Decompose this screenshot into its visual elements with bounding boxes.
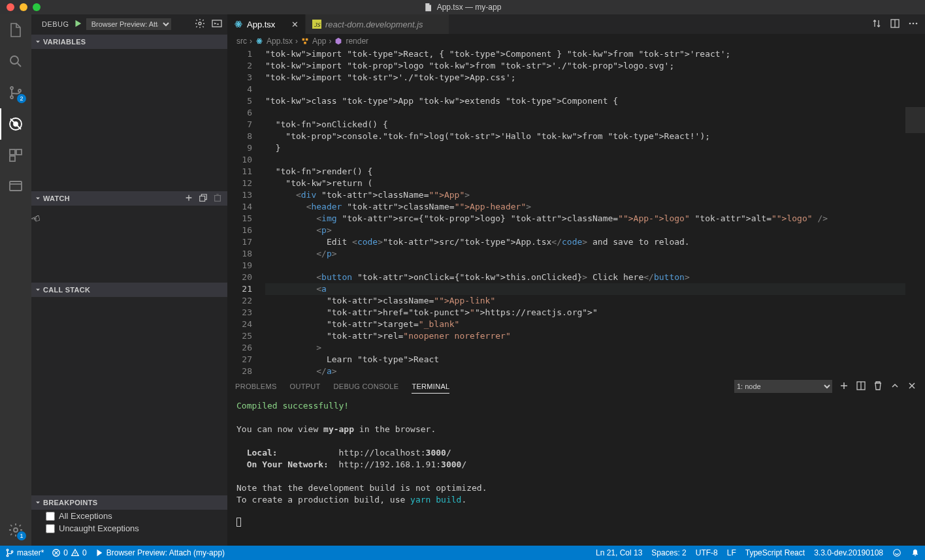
- panel-tab-problems[interactable]: PROBLEMS: [235, 380, 277, 393]
- debug-console-icon[interactable]: [212, 18, 222, 30]
- activity-bar: 2 1: [0, 14, 31, 546]
- minimap[interactable]: [905, 48, 925, 376]
- chevron-down-icon: [34, 499, 42, 506]
- breadcrumbs[interactable]: src › App.tsx › App › render: [227, 34, 925, 48]
- panel-tab-debug-console[interactable]: DEBUG CONSOLE: [334, 380, 399, 393]
- tab-label: react-dom.development.js: [325, 20, 423, 29]
- error-icon: [52, 548, 61, 557]
- watch-section-header[interactable]: WATCH: [31, 191, 227, 206]
- split-editor-icon[interactable]: [890, 18, 900, 31]
- indentation-status[interactable]: Spaces: 2: [651, 548, 686, 557]
- scm-badge: 2: [17, 94, 26, 103]
- svg-point-22: [909, 22, 911, 24]
- svg-point-31: [7, 555, 8, 557]
- file-icon: [424, 3, 433, 12]
- close-tab-icon[interactable]: ✕: [291, 20, 299, 29]
- debug-icon[interactable]: [0, 108, 31, 140]
- kill-terminal-icon[interactable]: [873, 381, 883, 392]
- callstack-section-header[interactable]: CALL STACK: [31, 283, 227, 297]
- language-mode-status[interactable]: TypeScript React: [745, 548, 805, 557]
- variables-body: [31, 49, 227, 191]
- svg-point-25: [259, 40, 260, 42]
- new-terminal-icon[interactable]: [839, 381, 849, 392]
- svg-point-5: [14, 122, 18, 126]
- window-title: App.tsx — my-app: [424, 3, 502, 12]
- callstack-body: [31, 297, 227, 495]
- warning-icon: [71, 548, 80, 557]
- errors-warnings-status[interactable]: 0 0: [52, 548, 86, 557]
- code-area[interactable]: "tok-kw">import "tok-type">React, { "tok…: [260, 48, 905, 376]
- explorer-icon[interactable]: [0, 14, 31, 46]
- svg-point-24: [916, 22, 918, 24]
- cursor-position-status[interactable]: Ln 21, Col 13: [596, 548, 642, 557]
- svg-rect-13: [200, 196, 205, 201]
- browser-preview-icon[interactable]: [0, 171, 31, 202]
- debug-launch-status[interactable]: Browser Preview: Attach (my-app): [95, 548, 225, 557]
- breakpoint-uncaught-exceptions[interactable]: Uncaught Exceptions: [31, 522, 227, 535]
- git-branch-status[interactable]: master*: [5, 548, 44, 557]
- breakpoints-section-header[interactable]: BREAKPOINTS: [31, 495, 227, 510]
- titlebar: App.tsx — my-app: [0, 0, 925, 14]
- editor-tabs: App.tsx ✕ JS react-dom.development.js: [227, 14, 925, 34]
- feedback-icon[interactable]: [892, 548, 901, 557]
- collapse-all-icon[interactable]: [199, 193, 208, 204]
- svg-rect-8: [10, 156, 15, 161]
- debug-config-select[interactable]: Browser Preview: Attach: [86, 18, 171, 30]
- svg-point-10: [14, 528, 18, 532]
- terminal-selector[interactable]: 1: node: [734, 380, 832, 393]
- svg-text:JS: JS: [314, 22, 321, 28]
- method-symbol-icon: [334, 37, 343, 46]
- settings-gear-icon[interactable]: 1: [0, 514, 31, 546]
- typescript-version-status[interactable]: 3.3.0-dev.20190108: [814, 548, 883, 557]
- compare-changes-icon[interactable]: [871, 18, 882, 31]
- tab-react-dom[interactable]: JS react-dom.development.js: [306, 14, 449, 34]
- debug-sidebar: DEBUG Browser Preview: Attach VARIABLES: [31, 14, 227, 546]
- maximize-panel-icon[interactable]: [890, 381, 900, 392]
- search-icon[interactable]: [0, 46, 31, 77]
- react-file-icon: [234, 20, 243, 29]
- svg-rect-7: [16, 149, 22, 155]
- svg-point-2: [10, 96, 13, 99]
- close-panel-icon[interactable]: [907, 381, 917, 392]
- code-editor[interactable]: 1234567891011121314151617181920212223242…: [227, 48, 925, 376]
- gear-icon[interactable]: [195, 18, 205, 30]
- terminal-cursor: [236, 518, 241, 527]
- start-debug-button[interactable]: [73, 19, 82, 29]
- minimize-window-button[interactable]: [20, 3, 27, 11]
- svg-point-23: [913, 22, 915, 24]
- crumb-src[interactable]: src: [236, 37, 247, 46]
- encoding-status[interactable]: UTF-8: [696, 548, 718, 557]
- settings-badge: 1: [17, 531, 26, 540]
- svg-rect-6: [10, 149, 15, 155]
- maximize-window-button[interactable]: [33, 3, 41, 11]
- minimap-slider[interactable]: [905, 107, 925, 133]
- panel-tab-output[interactable]: OUTPUT: [290, 380, 321, 393]
- notifications-icon[interactable]: [911, 548, 920, 557]
- crumb-file[interactable]: App.tsx: [255, 37, 293, 46]
- breakpoints-label: BREAKPOINTS: [43, 499, 97, 506]
- eol-status[interactable]: LF: [727, 548, 736, 557]
- panel-tab-terminal[interactable]: TERMINAL: [412, 380, 449, 394]
- svg-point-34: [894, 550, 901, 557]
- remove-all-icon[interactable]: [213, 193, 222, 204]
- variables-section-header[interactable]: VARIABLES: [31, 35, 227, 49]
- uncaught-exceptions-checkbox[interactable]: [46, 524, 55, 533]
- callstack-label: CALL STACK: [43, 286, 90, 294]
- all-exceptions-checkbox[interactable]: [46, 512, 55, 521]
- tab-app-tsx[interactable]: App.tsx ✕: [227, 14, 306, 34]
- svg-point-11: [199, 22, 201, 25]
- breakpoints-body: All Exceptions Uncaught Exceptions: [31, 510, 227, 546]
- split-terminal-icon[interactable]: [856, 381, 866, 392]
- svg-rect-9: [10, 181, 22, 191]
- chevron-down-icon: [34, 194, 42, 202]
- more-actions-icon[interactable]: [908, 18, 918, 31]
- add-watch-icon[interactable]: [184, 193, 193, 204]
- crumb-class[interactable]: App: [300, 37, 326, 46]
- source-control-icon[interactable]: 2: [0, 77, 31, 108]
- close-window-button[interactable]: [7, 3, 14, 11]
- panel-tabs: PROBLEMS OUTPUT DEBUG CONSOLE TERMINAL 1…: [227, 377, 925, 396]
- breakpoint-all-exceptions[interactable]: All Exceptions: [31, 510, 227, 522]
- crumb-method[interactable]: render: [334, 37, 368, 46]
- terminal-output[interactable]: Compiled successfully! You can now view …: [227, 396, 925, 546]
- extensions-icon[interactable]: [0, 140, 31, 171]
